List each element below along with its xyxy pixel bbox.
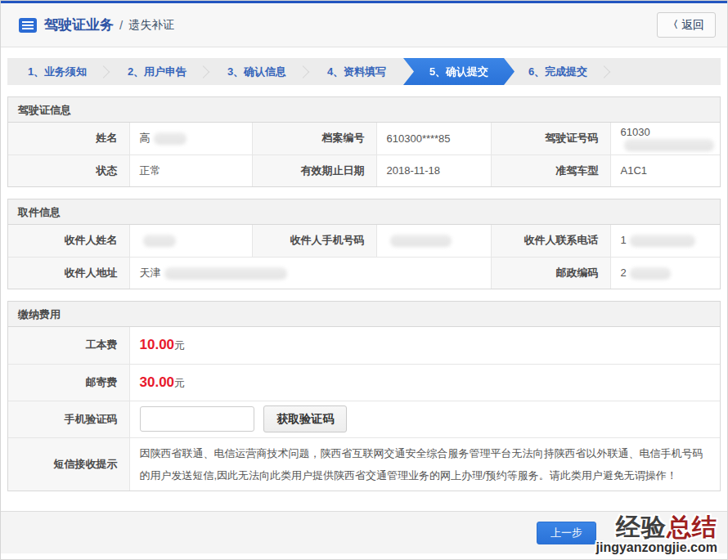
recipient-name-value [129,225,252,257]
license-number-value: 61030 [610,123,720,155]
expiry-date-label: 有效期止日期 [252,155,376,186]
sms-code-label: 手机验证码 [8,401,129,437]
tab-step-4-label: 4、资料填写 [327,65,386,79]
sms-code-cell: 获取验证码 [129,401,720,437]
page: 驾驶证业务 / 遗失补证 〈 返回 1、业务须知 2、用户申告 3、确认信息 4… [0,0,728,560]
table-row: 姓名 高 档案编号 610300****85 驾驶证号码 61030 [8,123,720,155]
step-tabs: 1、业务须知 2、用户申告 3、确认信息 4、资料填写 5、确认提交 6、完成提… [7,58,721,85]
recipient-mobile-value [376,225,491,257]
postage-fee-label: 邮寄费 [8,364,129,401]
recipient-phone-value-text: 1 [621,234,627,246]
tab-step-5-label: 5、确认提交 [429,65,488,79]
file-number-value-text: 610300****85 [387,132,451,145]
table-row: 手机验证码 获取验证码 [8,401,720,437]
redacted-value [390,235,452,247]
chevron-left-icon: 〈 [668,18,678,32]
table-row: 短信接收提示 因陕西省联通、电信运营商技术问题，陕西省互联网交通安全综合服务管理… [8,437,720,491]
postal-code-label: 邮政编码 [491,257,610,289]
tab-step-3[interactable]: 3、确认信息 [207,58,307,85]
production-fee-unit: 元 [174,339,185,352]
recipient-address-value: 天津 [129,257,491,289]
sms-code-input[interactable] [140,406,254,432]
recipient-address-label: 收件人地址 [8,257,129,289]
section-pickup-info: 取件信息 收件人姓名 收件人手机号码 收件人联系电话 1 收件人地址 [7,199,721,289]
fees-table: 工本费 10.00元 邮寄费 30.00元 手机验证码 获取验证码 短信接收提 [8,327,720,491]
tabs-filler [608,58,721,85]
table-row: 收件人姓名 收件人手机号码 收件人联系电话 1 [8,225,720,257]
redacted-value [154,132,186,145]
production-fee-label: 工本费 [8,327,129,364]
status-label: 状态 [8,155,129,186]
postage-fee-unit: 元 [174,377,185,389]
redacted-value [630,267,671,280]
postal-code-value-text: 2 [621,267,627,279]
get-code-button[interactable]: 获取验证码 [263,405,347,432]
recipient-phone-label: 收件人联系电话 [491,225,610,257]
table-row: 邮寄费 30.00元 [8,364,720,401]
name-value-text: 高 [140,132,151,144]
expiry-date-value-text: 2018-11-18 [387,164,441,177]
tab-step-6[interactable]: 6、完成提交 [508,58,608,85]
table-row: 工本费 10.00元 [8,327,720,364]
table-row: 收件人地址 天津 邮政编码 2 [8,257,720,289]
recipient-mobile-label: 收件人手机号码 [252,225,376,257]
table-row: 状态 正常 有效期止日期 2018-11-18 准驾车型 A1C1 [8,155,720,186]
production-fee-value: 10.00元 [129,327,720,364]
section-license-info: 驾驶证信息 姓名 高 档案编号 610300****85 驾驶证号码 61030… [7,96,721,187]
name-value: 高 [129,123,252,155]
page-header: 驾驶证业务 / 遗失补证 〈 返回 [1,3,727,47]
tab-step-6-label: 6、完成提交 [528,65,587,79]
breadcrumb-current: 遗失补证 [128,18,174,33]
postal-code-value: 2 [610,257,720,289]
license-number-label: 驾驶证号码 [491,123,610,155]
status-value-text: 正常 [140,164,161,177]
vehicle-class-value-text: A1C1 [621,164,648,177]
section-title: 驾驶证信息 [8,97,720,123]
section-fees: 缴纳费用 工本费 10.00元 邮寄费 30.00元 手机验证码 获取验证码 [7,301,721,491]
back-button[interactable]: 〈 返回 [657,12,716,38]
redacted-value [630,235,695,247]
redacted-value [624,139,714,151]
production-fee-amount: 10.00 [140,337,175,352]
name-label: 姓名 [8,123,129,155]
previous-step-button[interactable]: 上一步 [537,522,596,544]
sms-notice-text: 因陕西省联通、电信运营商技术问题，陕西省互联网交通安全综合服务管理平台无法向持陕… [129,437,720,491]
recipient-address-value-text: 天津 [140,267,161,279]
footer-action-bar: 上一步 [1,511,727,553]
file-number-value: 610300****85 [376,123,491,155]
tab-step-5-active[interactable]: 5、确认提交 [403,58,515,85]
redacted-value [164,267,287,280]
license-number-value-text: 61030 [621,126,650,138]
section-title: 缴纳费用 [8,302,720,327]
status-value: 正常 [129,155,252,186]
postage-fee-value: 30.00元 [129,364,720,401]
expiry-date-value: 2018-11-18 [376,155,491,186]
back-button-label: 返回 [681,18,704,33]
sms-notice-label: 短信接收提示 [8,437,129,491]
tab-step-4[interactable]: 4、资料填写 [307,58,407,85]
redacted-value [143,235,176,247]
tab-step-1[interactable]: 1、业务须知 [7,58,107,85]
section-title: 取件信息 [8,199,720,225]
tab-step-3-label: 3、确认信息 [227,65,286,79]
pickup-info-table: 收件人姓名 收件人手机号码 收件人联系电话 1 收件人地址 天津 邮政编码 [8,225,720,289]
license-info-table: 姓名 高 档案编号 610300****85 驾驶证号码 61030 状态 正常… [8,123,720,186]
recipient-name-label: 收件人姓名 [8,225,129,257]
tab-step-2-label: 2、用户申告 [128,65,186,79]
vehicle-class-value: A1C1 [610,155,720,186]
list-icon [19,18,37,33]
vehicle-class-label: 准驾车型 [491,155,610,186]
postage-fee-amount: 30.00 [140,374,175,390]
file-number-label: 档案编号 [252,123,376,155]
tab-step-1-label: 1、业务须知 [28,65,87,79]
recipient-phone-value: 1 [610,225,720,257]
page-title: 驾驶证业务 [44,16,114,34]
breadcrumb-separator: / [119,18,123,32]
tab-step-2[interactable]: 2、用户申告 [107,58,207,85]
